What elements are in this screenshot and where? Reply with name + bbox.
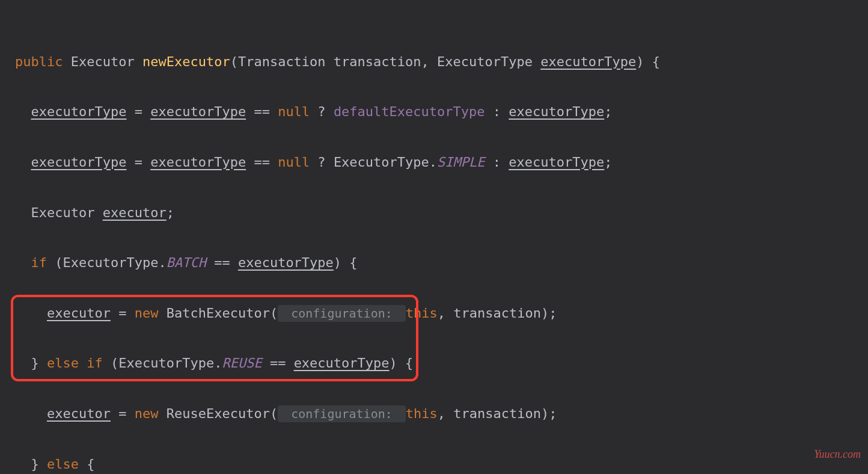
param-type: Transaction <box>238 54 326 69</box>
watermark-text: Yuucn.com <box>814 444 861 464</box>
code-line: if (ExecutorType.BATCH == executorType) … <box>15 250 853 275</box>
code-line: executor = new BatchExecutor( configurat… <box>15 301 853 326</box>
param-name: executorType <box>540 54 636 69</box>
code-line: } else if (ExecutorType.REUSE == executo… <box>15 351 853 376</box>
param-type: ExecutorType <box>437 54 533 69</box>
code-editor-viewport: public Executor newExecutor(Transaction … <box>0 0 868 474</box>
param-name: transaction <box>334 54 421 69</box>
code-line: Executor executor; <box>15 200 853 226</box>
return-type: Executor <box>71 54 135 69</box>
parameter-hint: configuration: <box>278 305 406 322</box>
keyword-public: public <box>15 54 63 69</box>
code-line: } else { <box>15 452 853 474</box>
code-line: executorType = executorType == null ? de… <box>15 99 853 125</box>
method-name: newExecutor <box>142 54 230 69</box>
code-line: public Executor newExecutor(Transaction … <box>15 49 853 75</box>
parameter-hint: configuration: <box>278 405 406 422</box>
code-line: executorType = executorType == null ? Ex… <box>15 150 853 175</box>
code-line: executor = new ReuseExecutor( configurat… <box>15 401 853 426</box>
